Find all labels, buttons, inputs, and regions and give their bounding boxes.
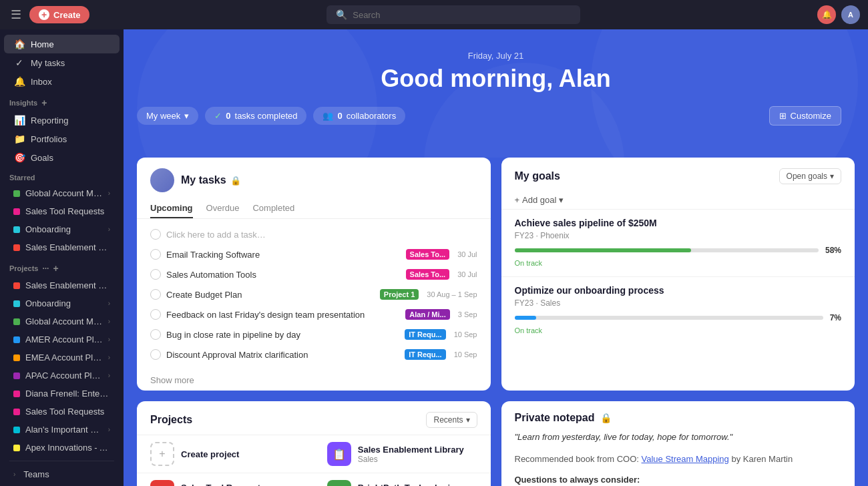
create-button[interactable]: + Create [29,6,89,23]
project-info-create: Create project [181,449,239,459]
my-goals-card: My goals Open goals ▾ + Add goal ▾ Achie… [501,158,855,391]
task-item-4[interactable]: Bug in close rate in pipeline by day IT … [137,324,491,344]
task-item-2[interactable]: Create Budget Plan Project 1 30 Aug – 1 … [137,284,491,304]
sidebar-sales-tool2-label: Sales Tool Requests [25,407,110,417]
chevron-down-icon4: ▾ [466,415,470,425]
sidebar-item-emea[interactable]: EMEA Account Plans › [4,348,120,367]
chevron-right-icon9: › [13,471,15,478]
add-task-label: Click here to add a task… [166,230,477,240]
customize-button[interactable]: ⊞ Customize [769,106,841,126]
avatar[interactable]: A [841,5,860,24]
add-goal-button[interactable]: + Add goal ▾ [501,191,855,209]
task-date-2: 30 Aug – 1 Sep [427,290,477,298]
task-check-add [150,229,161,240]
task-check-2[interactable] [150,289,161,300]
sidebar-item-sales-enablement-lib[interactable]: Sales Enablement Library [4,276,120,294]
projects-more-button[interactable]: ··· [42,264,49,273]
folder-dot-teal [13,226,20,233]
notepad-book-link[interactable]: Value Stream Mapping [642,454,729,464]
recents-button[interactable]: Recents ▾ [426,412,477,428]
notification-icon[interactable]: 🔔 [817,5,836,24]
search-input[interactable] [353,10,571,20]
notepad-header: Private notepad 🔒 [501,401,855,431]
show-more-button[interactable]: Show more [137,370,491,391]
notepad-book-author: by Karen Martin [731,454,793,464]
sidebar-item-onboarding-proj[interactable]: Onboarding › [4,294,120,312]
project-name-tool: Sales Tool Requests [181,483,265,487]
tasks-completed-pill[interactable]: ✓ 0 tasks completed [205,107,306,125]
sidebar-item-home[interactable]: 🏠 Home [4,35,120,53]
insights-section: Insights + [0,91,124,111]
sidebar-portfolios-label: Portfolios [31,134,110,144]
sidebar-item-global-account-proj[interactable]: Global Account Man... › [4,312,120,330]
my-week-pill[interactable]: My week ▾ [137,107,198,125]
sidebar-item-sales-enablement-starred[interactable]: Sales Enablement Library [4,238,120,256]
task-date-4: 10 Sep [454,330,477,338]
recents-label: Recents [433,415,463,425]
project-item-brightpath[interactable]: 📈 BrightPath Technologies ... 5 tasks du… [314,473,491,486]
notepad-questions-row: Questions to always consider: [515,473,842,486]
sidebar-item-teams[interactable]: › Teams [4,465,120,483]
sidebar-item-sales-tool[interactable]: Sales Tool Requests [4,202,120,220]
sidebar-item-goals[interactable]: 🎯 Goals [4,148,120,167]
sidebar-item-amer[interactable]: AMER Account Plans › [4,330,120,348]
folder-dot-red2 [13,282,20,289]
tab-overdue[interactable]: Overdue [206,199,240,218]
folder-dot-purple [13,373,20,379]
add-task-item[interactable]: Click here to add a task… [137,224,491,244]
chevron-right-icon8: › [108,426,110,433]
task-check-5[interactable] [150,349,161,360]
check-icon: ✓ [214,111,222,121]
task-check-4[interactable] [150,329,161,340]
plus-icon2: + [515,195,520,205]
task-item-1[interactable]: Sales Automation Tools Sales To... 30 Ju… [137,264,491,284]
topbar-left: ☰ + Create [8,5,89,25]
sidebar-item-diana[interactable]: Diana Frenell: Enterprise... [4,385,120,403]
open-goals-button[interactable]: Open goals ▾ [779,168,841,184]
sidebar-onboarding2-label: Onboarding [25,298,103,308]
hamburger-button[interactable]: ☰ [8,5,24,25]
notepad-body: "Learn from yesterday, live for today, h… [501,431,855,486]
project-item-create[interactable]: + Create project [137,435,314,473]
sidebar-goals-label: Goals [31,153,110,163]
add-goal-label: Add goal [522,195,556,205]
progress-bar-fill-0 [515,248,691,252]
folder-dot-pink3 [13,409,20,415]
sidebar-item-portfolios[interactable]: 📁 Portfolios [4,130,120,148]
sidebar-item-onboarding-starred[interactable]: Onboarding › [4,220,120,238]
sidebar-item-apex[interactable]: Apex Innovations - Acco... [4,439,120,457]
sidebar-global-label: Global Account Man... [25,188,103,198]
sales-tool-icon: 💼 [150,480,174,486]
sidebar-item-my-tasks[interactable]: ✓ My tasks [4,53,120,72]
tab-upcoming[interactable]: Upcoming [150,199,193,218]
sidebar-apex-label: Apex Innovations - Acco... [25,443,110,453]
task-check-0[interactable] [150,249,161,260]
task-item-3[interactable]: Feedback on last Friday's design team pr… [137,304,491,324]
sidebar-item-reporting[interactable]: 📊 Reporting [4,111,120,130]
projects-grid: + Create project 📋 Sales Enablement Libr… [137,435,491,486]
task-check-1[interactable] [150,269,161,280]
goals-icon: 🎯 [13,152,25,163]
projects-title: Projects [150,414,192,426]
task-item-5[interactable]: Discount Approval Matrix clarification I… [137,344,491,364]
task-check-3[interactable] [150,309,161,320]
project-item-sales-tool[interactable]: 💼 Sales Tool Requests 2 tasks due soon [137,473,314,486]
sidebar-item-inbox[interactable]: 🔔 Inbox [4,72,120,91]
sidebar-item-sales-tool-proj[interactable]: Sales Tool Requests [4,403,120,421]
sidebar-item-global-account[interactable]: Global Account Man... › [4,184,120,202]
tab-completed[interactable]: Completed [252,199,294,218]
sidebar-item-alans-work[interactable]: Alan's Important Work › [4,421,120,439]
notepad-lock-icon: 🔒 [600,413,612,423]
insights-add-button[interactable]: + [41,97,47,108]
collaborators-pill[interactable]: 👥 0 collaborators [313,107,405,125]
sidebar-item-apac[interactable]: APAC Account Plans › [4,367,120,385]
goal-name-1: Optimize our onboarding process [515,285,842,296]
projects-section: Projects ··· + [0,256,124,276]
chevron-right-icon3: › [108,300,110,307]
reporting-icon: 📊 [13,115,25,126]
search-container[interactable]: 🔍 [327,5,580,24]
task-item-0[interactable]: Email Tracking Software Sales To... 30 J… [137,244,491,264]
stat-pills: My week ▾ ✓ 0 tasks completed 👥 0 collab… [137,107,405,125]
projects-add-button[interactable]: + [53,263,58,274]
project-item-sales-enablement[interactable]: 📋 Sales Enablement Library Sales [314,435,491,473]
